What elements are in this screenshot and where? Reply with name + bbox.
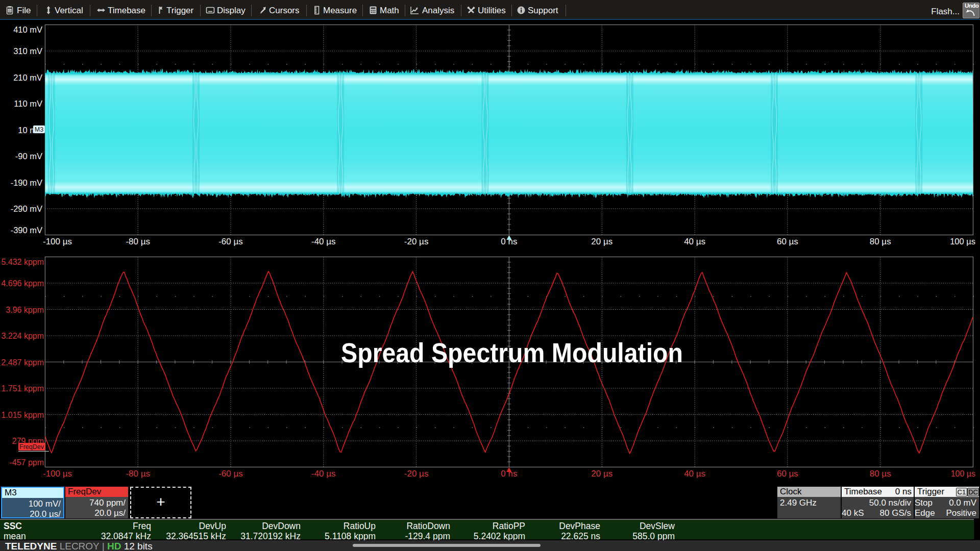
svg-text:3.96 kppm: 3.96 kppm [6,306,44,314]
svg-text:80 µs: 80 µs [870,469,891,479]
svg-text:-290 mV: -290 mV [11,204,42,213]
svg-text:-390 mV: -390 mV [11,226,42,235]
svg-text:-100 µs: -100 µs [43,237,72,246]
svg-text:Spread Spectrum Modulation: Spread Spectrum Modulation [341,338,683,368]
svg-text:80 µs: 80 µs [870,237,891,246]
svg-text:-40 µs: -40 µs [311,469,336,479]
svg-text:310 mV: 310 mV [13,46,42,56]
svg-text:20 µs: 20 µs [591,469,612,479]
svg-text:M3: M3 [35,126,43,133]
svg-text:4.696 kppm: 4.696 kppm [1,279,44,288]
svg-text:100 µs: 100 µs [950,237,975,246]
svg-text:5.432 kppm: 5.432 kppm [1,258,44,266]
svg-text:40 µs: 40 µs [684,469,705,479]
svg-text:-20 µs: -20 µs [404,237,429,246]
svg-text:FreqDev: FreqDev [19,443,44,450]
svg-text:110 mV: 110 mV [14,99,42,108]
svg-text:-80 µs: -80 µs [126,237,150,246]
svg-text:3.224 kppm: 3.224 kppm [1,332,44,340]
svg-text:-60 µs: -60 µs [218,469,243,479]
svg-text:-40 µs: -40 µs [311,237,336,246]
svg-text:2.487 kppm: 2.487 kppm [1,358,44,367]
svg-text:-60 µs: -60 µs [218,237,243,246]
svg-text:40 µs: 40 µs [684,237,705,246]
svg-text:-90 mV: -90 mV [15,152,42,161]
svg-text:1.751 kppm: 1.751 kppm [1,384,44,393]
svg-text:20 µs: 20 µs [591,237,612,246]
svg-text:-190 mV: -190 mV [11,178,42,187]
svg-text:60 µs: 60 µs [777,469,798,479]
svg-text:-100 µs: -100 µs [43,469,72,479]
svg-text:1.015 kppm: 1.015 kppm [1,411,44,419]
svg-text:60 µs: 60 µs [777,237,798,246]
svg-text:-457 ppm: -457 ppm [9,458,44,467]
svg-text:100 µs: 100 µs [951,469,975,478]
svg-text:210 mV: 210 mV [13,73,42,82]
svg-text:-80 µs: -80 µs [126,469,150,479]
svg-text:410 mV: 410 mV [13,25,42,34]
svg-text:-20 µs: -20 µs [404,469,429,479]
